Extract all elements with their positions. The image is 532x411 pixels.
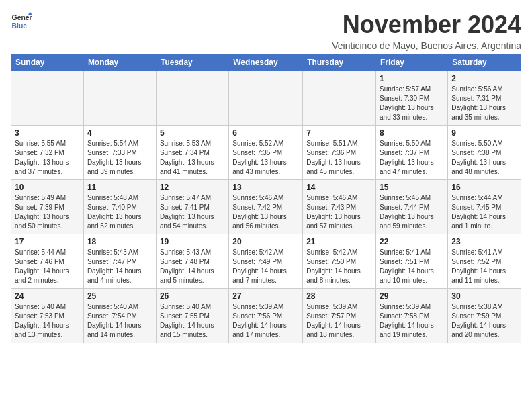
day-number: 4 bbox=[87, 128, 152, 138]
day-info: Sunrise: 5:40 AMSunset: 7:54 PMDaylight:… bbox=[87, 302, 152, 340]
day-number: 12 bbox=[160, 183, 225, 192]
day-info: Sunrise: 5:39 AMSunset: 7:58 PMDaylight:… bbox=[380, 302, 444, 340]
svg-text:General: General bbox=[12, 14, 32, 21]
weekday-header-friday: Friday bbox=[376, 54, 448, 71]
day-number: 3 bbox=[15, 128, 80, 138]
svg-marker-2 bbox=[28, 12, 32, 15]
header: General Blue November 2024 Veinticinco d… bbox=[11, 11, 521, 51]
day-cell: 19Sunrise: 5:43 AMSunset: 7:48 PMDayligh… bbox=[156, 234, 228, 289]
day-info: Sunrise: 5:41 AMSunset: 7:51 PMDaylight:… bbox=[380, 248, 444, 285]
day-number: 20 bbox=[232, 237, 299, 246]
logo-icon: General Blue bbox=[11, 11, 32, 32]
day-number: 24 bbox=[15, 291, 80, 301]
day-info: Sunrise: 5:43 AMSunset: 7:48 PMDaylight:… bbox=[160, 248, 225, 285]
week-row-5: 24Sunrise: 5:40 AMSunset: 7:53 PMDayligh… bbox=[11, 289, 521, 343]
day-cell: 26Sunrise: 5:40 AMSunset: 7:55 PMDayligh… bbox=[156, 289, 228, 343]
title-area: November 2024 Veinticinco de Mayo, Bueno… bbox=[332, 11, 521, 51]
day-info: Sunrise: 5:49 AMSunset: 7:39 PMDaylight:… bbox=[15, 193, 80, 231]
day-number: 30 bbox=[451, 291, 517, 301]
day-cell: 10Sunrise: 5:49 AMSunset: 7:39 PMDayligh… bbox=[11, 180, 84, 234]
day-cell: 18Sunrise: 5:43 AMSunset: 7:47 PMDayligh… bbox=[83, 234, 156, 289]
logo: General Blue bbox=[11, 11, 32, 32]
day-info: Sunrise: 5:39 AMSunset: 7:57 PMDaylight:… bbox=[306, 302, 372, 340]
day-info: Sunrise: 5:44 AMSunset: 7:45 PMDaylight:… bbox=[451, 193, 517, 231]
day-number: 7 bbox=[306, 128, 372, 138]
day-info: Sunrise: 5:42 AMSunset: 7:49 PMDaylight:… bbox=[232, 248, 299, 285]
day-number: 13 bbox=[232, 183, 299, 192]
svg-text:Blue: Blue bbox=[12, 22, 28, 30]
day-cell: 27Sunrise: 5:39 AMSunset: 7:56 PMDayligh… bbox=[229, 289, 303, 343]
day-cell bbox=[83, 71, 156, 126]
day-info: Sunrise: 5:50 AMSunset: 7:38 PMDaylight:… bbox=[451, 139, 517, 177]
day-cell: 1Sunrise: 5:57 AMSunset: 7:30 PMDaylight… bbox=[376, 71, 448, 126]
day-info: Sunrise: 5:43 AMSunset: 7:47 PMDaylight:… bbox=[87, 248, 152, 285]
day-cell: 11Sunrise: 5:48 AMSunset: 7:40 PMDayligh… bbox=[83, 180, 156, 234]
day-number: 17 bbox=[15, 237, 80, 246]
day-number: 23 bbox=[451, 237, 517, 246]
day-number: 5 bbox=[160, 128, 225, 138]
day-cell: 5Sunrise: 5:53 AMSunset: 7:34 PMDaylight… bbox=[156, 126, 228, 180]
day-number: 25 bbox=[87, 291, 152, 301]
day-info: Sunrise: 5:51 AMSunset: 7:36 PMDaylight:… bbox=[306, 139, 372, 177]
day-cell: 4Sunrise: 5:54 AMSunset: 7:33 PMDaylight… bbox=[83, 126, 156, 180]
weekday-header-row: SundayMondayTuesdayWednesdayThursdayFrid… bbox=[11, 54, 521, 71]
day-number: 2 bbox=[451, 74, 517, 83]
day-info: Sunrise: 5:54 AMSunset: 7:33 PMDaylight:… bbox=[87, 139, 152, 177]
day-cell: 17Sunrise: 5:44 AMSunset: 7:46 PMDayligh… bbox=[11, 234, 84, 289]
week-row-4: 17Sunrise: 5:44 AMSunset: 7:46 PMDayligh… bbox=[11, 234, 521, 289]
subtitle: Veinticinco de Mayo, Buenos Aires, Argen… bbox=[332, 40, 521, 51]
day-cell: 2Sunrise: 5:56 AMSunset: 7:31 PMDaylight… bbox=[448, 71, 521, 126]
day-info: Sunrise: 5:40 AMSunset: 7:53 PMDaylight:… bbox=[15, 302, 80, 340]
day-info: Sunrise: 5:38 AMSunset: 7:59 PMDaylight:… bbox=[451, 302, 517, 340]
weekday-header-sunday: Sunday bbox=[11, 54, 84, 71]
day-cell: 12Sunrise: 5:47 AMSunset: 7:41 PMDayligh… bbox=[156, 180, 228, 234]
day-number: 16 bbox=[451, 183, 517, 192]
day-cell: 24Sunrise: 5:40 AMSunset: 7:53 PMDayligh… bbox=[11, 289, 84, 343]
calendar-table: SundayMondayTuesdayWednesdayThursdayFrid… bbox=[11, 54, 521, 343]
day-info: Sunrise: 5:48 AMSunset: 7:40 PMDaylight:… bbox=[87, 193, 152, 231]
day-cell: 29Sunrise: 5:39 AMSunset: 7:58 PMDayligh… bbox=[376, 289, 448, 343]
day-cell bbox=[11, 71, 84, 126]
day-cell: 23Sunrise: 5:41 AMSunset: 7:52 PMDayligh… bbox=[448, 234, 521, 289]
day-cell: 9Sunrise: 5:50 AMSunset: 7:38 PMDaylight… bbox=[448, 126, 521, 180]
day-info: Sunrise: 5:52 AMSunset: 7:35 PMDaylight:… bbox=[232, 139, 299, 177]
month-title: November 2024 bbox=[332, 11, 521, 39]
day-number: 9 bbox=[451, 128, 517, 138]
day-cell: 21Sunrise: 5:42 AMSunset: 7:50 PMDayligh… bbox=[303, 234, 376, 289]
day-info: Sunrise: 5:40 AMSunset: 7:55 PMDaylight:… bbox=[160, 302, 225, 340]
day-info: Sunrise: 5:46 AMSunset: 7:43 PMDaylight:… bbox=[306, 193, 372, 231]
week-row-1: 1Sunrise: 5:57 AMSunset: 7:30 PMDaylight… bbox=[11, 71, 521, 126]
day-info: Sunrise: 5:57 AMSunset: 7:30 PMDaylight:… bbox=[380, 85, 444, 122]
day-number: 1 bbox=[380, 74, 444, 83]
day-number: 27 bbox=[232, 291, 299, 301]
day-cell: 8Sunrise: 5:50 AMSunset: 7:37 PMDaylight… bbox=[376, 126, 448, 180]
day-cell: 13Sunrise: 5:46 AMSunset: 7:42 PMDayligh… bbox=[229, 180, 303, 234]
day-number: 28 bbox=[306, 291, 372, 301]
day-cell: 14Sunrise: 5:46 AMSunset: 7:43 PMDayligh… bbox=[303, 180, 376, 234]
day-cell bbox=[303, 71, 376, 126]
day-cell: 6Sunrise: 5:52 AMSunset: 7:35 PMDaylight… bbox=[229, 126, 303, 180]
day-number: 26 bbox=[160, 291, 225, 301]
day-number: 14 bbox=[306, 183, 372, 192]
weekday-header-thursday: Thursday bbox=[303, 54, 376, 71]
day-cell: 28Sunrise: 5:39 AMSunset: 7:57 PMDayligh… bbox=[303, 289, 376, 343]
day-info: Sunrise: 5:47 AMSunset: 7:41 PMDaylight:… bbox=[160, 193, 225, 231]
day-number: 22 bbox=[380, 237, 444, 246]
week-row-3: 10Sunrise: 5:49 AMSunset: 7:39 PMDayligh… bbox=[11, 180, 521, 234]
week-row-2: 3Sunrise: 5:55 AMSunset: 7:32 PMDaylight… bbox=[11, 126, 521, 180]
day-info: Sunrise: 5:41 AMSunset: 7:52 PMDaylight:… bbox=[451, 248, 517, 285]
day-number: 29 bbox=[380, 291, 444, 301]
day-number: 15 bbox=[380, 183, 444, 192]
day-cell: 16Sunrise: 5:44 AMSunset: 7:45 PMDayligh… bbox=[448, 180, 521, 234]
day-info: Sunrise: 5:50 AMSunset: 7:37 PMDaylight:… bbox=[380, 139, 444, 177]
day-cell: 25Sunrise: 5:40 AMSunset: 7:54 PMDayligh… bbox=[83, 289, 156, 343]
day-cell bbox=[229, 71, 303, 126]
day-info: Sunrise: 5:42 AMSunset: 7:50 PMDaylight:… bbox=[306, 248, 372, 285]
day-info: Sunrise: 5:55 AMSunset: 7:32 PMDaylight:… bbox=[15, 139, 80, 177]
day-cell: 30Sunrise: 5:38 AMSunset: 7:59 PMDayligh… bbox=[448, 289, 521, 343]
day-number: 8 bbox=[380, 128, 444, 138]
day-number: 11 bbox=[87, 183, 152, 192]
day-info: Sunrise: 5:45 AMSunset: 7:44 PMDaylight:… bbox=[380, 193, 444, 231]
day-number: 6 bbox=[232, 128, 299, 138]
day-info: Sunrise: 5:53 AMSunset: 7:34 PMDaylight:… bbox=[160, 139, 225, 177]
